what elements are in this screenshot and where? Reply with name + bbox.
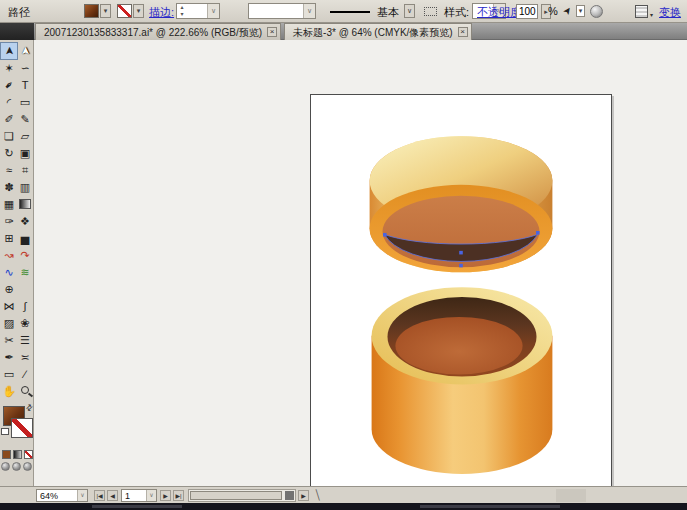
tab-label: 20071230135833317.ai* @ 222.66% (RGB/预览) (44, 27, 262, 38)
direct-selection-tool[interactable]: ➤ (17, 43, 33, 59)
align-grid-icon[interactable] (635, 5, 648, 18)
none-button[interactable] (24, 450, 33, 459)
percent-label: % (548, 5, 558, 17)
tab-strip: 20071230135833317.ai* @ 222.66% (RGB/预览)… (35, 23, 475, 40)
artboard[interactable] (310, 94, 612, 510)
eyedropper-tool[interactable]: ✑ (1, 213, 17, 229)
measure-tool[interactable]: ≍ (17, 349, 33, 365)
stroke-weight-combo[interactable]: ▴▾ ∨ (176, 3, 220, 19)
envelope-tool[interactable]: ⋈ (1, 298, 17, 314)
shell-tool[interactable]: ❀ (17, 315, 33, 331)
prev-page-button[interactable]: ◀ (107, 490, 118, 501)
color-button[interactable] (2, 450, 11, 459)
screen-mode-full-menu-icon[interactable] (12, 462, 21, 471)
paintbrush-tool[interactable]: ✐ (1, 111, 17, 127)
stroke-dropdown-arrow-icon[interactable]: ▾ (133, 4, 144, 18)
body-shape[interactable] (372, 287, 553, 474)
document-tab-2[interactable]: 未标题-3* @ 64% (CMYK/像素预览)× (284, 23, 472, 40)
zoom-level-value: 64% (40, 491, 58, 501)
eyedropper2-tool[interactable]: ✒ (1, 349, 17, 365)
page-number-combo[interactable]: 1 ∨ (121, 489, 157, 502)
lasso-tool[interactable]: ∽ (17, 60, 33, 76)
fill-dropdown-arrow-icon[interactable]: ▾ (100, 4, 111, 18)
rectangle-tool[interactable]: ▭ (17, 94, 33, 110)
blue-zigzag-tool[interactable]: ∿ (1, 264, 17, 280)
fill-stroke-block: ⇄ (0, 404, 34, 450)
hand-tool[interactable]: ✋ (1, 383, 17, 399)
red-curve-plus-tool[interactable]: ↷ (17, 247, 33, 263)
dotted-box-icon[interactable] (424, 7, 437, 16)
live-paint-tool[interactable]: ⊞ (1, 230, 17, 246)
color-waves-tool[interactable]: ≋ (17, 264, 33, 280)
free-transform-tool[interactable]: ⌗ (17, 162, 33, 178)
resize-grip-icon[interactable]: ╲ (314, 490, 321, 501)
tab-label: 未标题-3* @ 64% (CMYK/像素预览) (293, 27, 453, 38)
zoom-tool[interactable] (17, 383, 33, 399)
symbol-sprayer-tool[interactable]: ✽ (1, 179, 17, 195)
lens-tool[interactable]: ⊕ (1, 281, 17, 297)
s-curve-tool[interactable]: ∫ (17, 298, 33, 314)
screen-mode-normal-icon[interactable] (1, 462, 10, 471)
default-fill-stroke-icon[interactable] (1, 428, 9, 435)
stroke-weight-stepper-icon[interactable]: ▴▾ (178, 4, 186, 18)
warp-tool[interactable]: ≈ (1, 162, 17, 178)
scroll-right-button[interactable]: ▶ (298, 490, 309, 501)
scrollbar-mark (285, 491, 294, 500)
bar-graph-tool[interactable]: ▅ (17, 230, 33, 246)
next-page-button[interactable]: ▶ (160, 490, 171, 501)
tab-close-icon[interactable]: × (267, 27, 277, 37)
document-tab-1[interactable]: 20071230135833317.ai* @ 222.66% (RGB/预览)… (35, 23, 281, 40)
scrollbar-thumb[interactable] (190, 491, 282, 500)
stroke-weight-arrow-icon[interactable]: ∨ (207, 4, 219, 18)
first-page-button[interactable]: |◀ (94, 490, 105, 501)
zoom-level-combo[interactable]: 64% ∨ (36, 489, 88, 502)
red-curve-arrow-tool[interactable]: ↝ (1, 247, 17, 263)
screen-mode-full-icon[interactable] (23, 462, 32, 471)
pencil-tool[interactable]: ✎ (17, 111, 33, 127)
column-graph-tool[interactable]: ▥ (17, 179, 33, 195)
brush-dropdown-arrow-icon[interactable]: ∨ (404, 4, 415, 18)
graphic-styles-tool[interactable]: ☰ (17, 332, 33, 348)
magnifier-glass-icon (21, 386, 29, 394)
brush-definition-label[interactable]: 基本 (377, 5, 399, 20)
blend-tool[interactable]: ❖ (17, 213, 33, 229)
last-page-button[interactable]: ▶| (173, 490, 184, 501)
stroke-panel-link[interactable]: 描边: (149, 5, 174, 20)
variable-width-arrow-icon[interactable]: ∨ (303, 4, 315, 18)
document-canvas[interactable] (34, 40, 687, 486)
mesh-tool[interactable]: ▦ (1, 196, 17, 212)
page-number-value: 1 (125, 491, 130, 501)
texture-tool[interactable]: ▨ (1, 315, 17, 331)
status-bar: 64% ∨ |◀ ◀ 1 ∨ ▶ ▶| ▶ ╲ (0, 486, 687, 503)
zoom-combo-arrow-icon[interactable]: ∨ (77, 490, 87, 501)
page-combo-arrow-icon[interactable]: ∨ (146, 490, 156, 501)
select-similar-pointer-icon[interactable]: ➤ (560, 4, 574, 17)
align-grid-arrow-icon[interactable]: ▾ (650, 11, 653, 18)
type-tool[interactable]: T (17, 77, 33, 93)
tab-close-icon[interactable]: × (458, 27, 468, 37)
slice-tool[interactable]: ∕ (17, 366, 33, 382)
tool-grid: ➤➤✶∽✒T◜▭✐✎❏▱↻▣≈⌗✽▥▦✑❖⊞▅↝↷∿≋⊕⋈∫▨❀✂☰✒≍▭∕✋ (1, 43, 33, 400)
cylinder-artwork (311, 95, 611, 510)
gradient-tool[interactable] (17, 196, 33, 212)
opacity-input[interactable] (516, 4, 538, 19)
document-tab-bar: 20071230135833317.ai* @ 222.66% (RGB/预览)… (0, 23, 687, 40)
toolbox-panel: ➤➤✶∽✒T◜▭✐✎❏▱↻▣≈⌗✽▥▦✑❖⊞▅↝↷∿≋⊕⋈∫▨❀✂☰✒≍▭∕✋ … (0, 40, 34, 486)
selection-tool[interactable]: ➤ (1, 43, 17, 59)
transform-link[interactable]: 变换 (659, 5, 681, 20)
scissors-tool[interactable]: ✂ (1, 332, 17, 348)
artboard-tool[interactable]: ▭ (1, 366, 17, 382)
fill-color-swatch[interactable] (84, 4, 99, 18)
reshape-tool[interactable]: ❏ (1, 128, 17, 144)
horizontal-scrollbar[interactable] (188, 489, 296, 502)
recolor-sphere-icon[interactable] (590, 5, 603, 18)
arc-tool[interactable]: ◜ (1, 94, 17, 110)
scale-tool[interactable]: ▣ (17, 145, 33, 161)
stroke-color-swatch[interactable] (117, 4, 132, 18)
rotate-tool[interactable]: ↻ (1, 145, 17, 161)
eraser-tool[interactable]: ▱ (17, 128, 33, 144)
gradient-button[interactable] (13, 450, 22, 459)
toolbox-stroke-swatch[interactable] (11, 418, 33, 438)
variable-width-combo[interactable]: ∨ (248, 3, 316, 19)
select-similar-arrow-icon[interactable]: ▾ (576, 5, 585, 17)
